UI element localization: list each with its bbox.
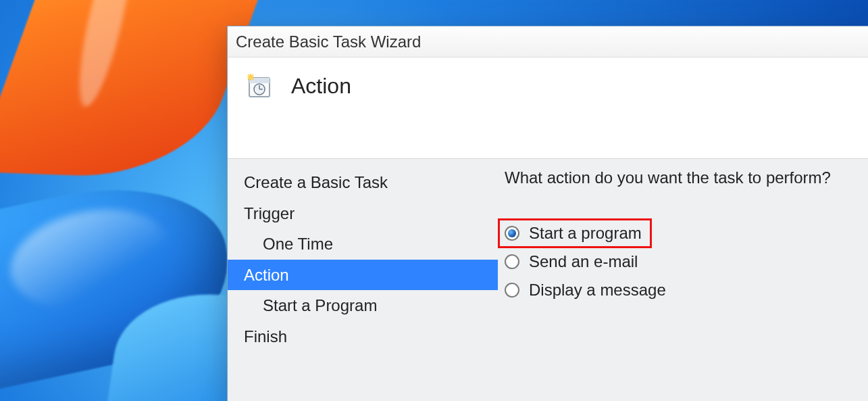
sidebar-item-action[interactable]: Action (228, 260, 498, 291)
task-wizard-icon (245, 72, 274, 101)
radio-send-an-email[interactable]: Send an e-mail (505, 252, 868, 271)
sidebar-item-trigger[interactable]: Trigger (228, 198, 498, 229)
wizard-header: Action (228, 57, 868, 159)
sidebar-item-create-basic-task[interactable]: Create a Basic Task (228, 167, 498, 198)
radio-icon (505, 283, 519, 298)
sidebar-item-label: Start a Program (263, 296, 377, 314)
desktop-background: Create Basic Task Wizard (0, 0, 868, 401)
sidebar-item-start-a-program[interactable]: Start a Program (228, 290, 498, 321)
svg-line-12 (253, 74, 254, 76)
radio-start-a-program[interactable]: Start a program (505, 224, 868, 243)
radio-icon (505, 254, 519, 269)
radio-label: Display a message (529, 281, 666, 300)
radio-label: Send an e-mail (529, 252, 638, 271)
svg-line-10 (248, 74, 249, 76)
sidebar-item-label: Trigger (244, 204, 295, 222)
sidebar-item-finish[interactable]: Finish (228, 321, 498, 352)
radio-display-a-message[interactable]: Display a message (505, 281, 868, 300)
sidebar-item-label: Create a Basic Task (244, 173, 388, 191)
sidebar-item-one-time[interactable]: One Time (228, 229, 498, 260)
radio-label: Start a program (529, 224, 642, 243)
wizard-sidebar: Create a Basic Task Trigger One Time Act… (228, 159, 498, 401)
wizard-window: Create Basic Task Wizard (227, 26, 868, 401)
radio-icon (505, 226, 519, 241)
wizard-content: What action do you want the task to perf… (498, 159, 868, 401)
wizard-step-title: Action (291, 74, 351, 99)
sidebar-item-label: Action (244, 266, 289, 284)
window-title: Create Basic Task Wizard (236, 32, 421, 51)
action-prompt: What action do you want the task to perf… (505, 168, 868, 187)
sidebar-item-label: One Time (263, 235, 333, 253)
svg-point-5 (249, 75, 253, 80)
window-titlebar[interactable]: Create Basic Task Wizard (228, 26, 868, 57)
wizard-body: Create a Basic Task Trigger One Time Act… (228, 159, 868, 401)
sidebar-item-label: Finish (244, 327, 287, 346)
